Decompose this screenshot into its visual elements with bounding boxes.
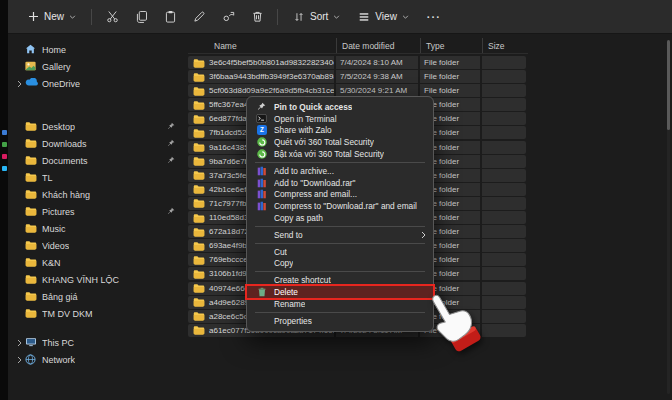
- file-row[interactable]: 3e6c4f5bef5b0b801ad9832282340e4c7/4/2024…: [188, 56, 528, 70]
- toolbar-icon-group: [99, 5, 270, 29]
- sidebar-item-khach-hang[interactable]: Khách hàng: [12, 186, 184, 203]
- paste-button[interactable]: [157, 5, 183, 29]
- copy-icon: [135, 10, 148, 23]
- sidebar-item-label: TL: [42, 173, 53, 183]
- menu-item-share-with-zalo[interactable]: ZShare with Zalo: [247, 125, 433, 137]
- sidebar-item-gallery[interactable]: Gallery: [12, 58, 184, 75]
- menu-item-label: Compress and email...: [274, 189, 357, 199]
- sidebar-item-home[interactable]: Home: [12, 41, 184, 58]
- sidebar-item-pictures[interactable]: Pictures: [12, 203, 184, 220]
- column-header-date-modified[interactable]: Date modified: [336, 38, 420, 53]
- column-header-type[interactable]: Type: [420, 38, 482, 53]
- share-button[interactable]: [215, 5, 241, 29]
- menu-item-cut[interactable]: Cut: [247, 246, 433, 258]
- new-button[interactable]: New: [20, 7, 84, 26]
- file-name-cell: 3e6c4f5bef5b0b801ad9832282340e4c: [188, 56, 334, 69]
- column-header-name[interactable]: Name: [188, 38, 336, 53]
- desktop-icon-dot: [2, 130, 7, 135]
- sidebar-item-downloads[interactable]: Downloads: [12, 135, 184, 152]
- pin-icon: [167, 156, 175, 166]
- copy-button[interactable]: [128, 5, 154, 29]
- share-icon: [222, 10, 235, 23]
- file-size-cell: [482, 296, 526, 309]
- menu-item-bat-xoa-voi-360-total-security[interactable]: Bật xóa với 360 Total Security: [247, 148, 433, 160]
- rename-button[interactable]: [186, 5, 212, 29]
- folder-icon: [25, 257, 37, 269]
- sidebar-item-videos[interactable]: Videos: [12, 237, 184, 254]
- menu-item-quet-voi-360-total-security[interactable]: Quét với 360 Total Security: [247, 136, 433, 148]
- folder-icon: [193, 58, 205, 68]
- submenu-arrow-icon: [421, 231, 426, 241]
- file-size-cell: [482, 239, 526, 252]
- sidebar-item-this-pc[interactable]: This PC: [12, 334, 184, 351]
- menu-item-label: Compress to "Download.rar" and email: [274, 201, 417, 211]
- no-icon: [254, 275, 269, 286]
- menu-item-create-shortcut[interactable]: Create shortcut: [247, 274, 433, 286]
- menu-item-label: Properties: [274, 316, 312, 326]
- menu-item-rename[interactable]: Rename: [247, 298, 433, 310]
- file-size-cell: [482, 282, 526, 295]
- file-name: 71c7977fbd: [209, 199, 251, 208]
- menu-item-label: Create shortcut: [274, 275, 331, 285]
- folder-icon: [25, 291, 37, 303]
- column-header-size[interactable]: Size: [482, 38, 528, 53]
- sidebar-item-label: Bảng giá: [42, 292, 78, 302]
- folder-icon: [25, 172, 37, 184]
- chevron-right-icon: [17, 356, 22, 366]
- delete-button[interactable]: [244, 5, 270, 29]
- view-button[interactable]: View: [350, 7, 417, 27]
- folder-icon: [193, 269, 205, 279]
- menu-item-label: Quét với 360 Total Security: [274, 137, 374, 147]
- sidebar-item-tl[interactable]: TL: [12, 169, 184, 186]
- menu-item-send-to[interactable]: Send to: [247, 229, 433, 241]
- cut-button[interactable]: [99, 5, 125, 29]
- menu-item-delete[interactable]: Delete: [247, 286, 433, 298]
- view-icon: [358, 11, 370, 23]
- paste-icon: [164, 10, 177, 23]
- folder-icon: [25, 138, 37, 150]
- sidebar-item-tm-dv-dkm[interactable]: TM DV DKM: [12, 305, 184, 322]
- folder-icon: [193, 227, 205, 237]
- sidebar-item-k-n[interactable]: K&N: [12, 254, 184, 271]
- menu-item-compress-and-email[interactable]: Compress and email...: [247, 189, 433, 201]
- sort-button[interactable]: Sort: [285, 7, 348, 27]
- sidebar-item-khang-vinh-loc[interactable]: KHANG VĨNH LỘC: [12, 271, 184, 288]
- sidebar-item-desktop[interactable]: Desktop: [12, 118, 184, 135]
- menu-item-label: Cut: [274, 247, 287, 257]
- sidebar-item-network[interactable]: Network: [12, 351, 184, 368]
- sidebar-item-documents[interactable]: Documents: [12, 152, 184, 169]
- menu-item-properties[interactable]: Properties: [247, 315, 433, 327]
- menu-item-copy[interactable]: Copy: [247, 258, 433, 270]
- view-button-label: View: [375, 11, 397, 22]
- vertical-scrollbar[interactable]: [667, 40, 670, 394]
- menu-item-label: Bật xóa với 360 Total Security: [274, 149, 384, 159]
- file-name: 7fb1dcd52b: [209, 128, 251, 137]
- file-size-cell: [482, 84, 526, 97]
- menu-item-pin-to-quick-access[interactable]: Pin to Quick access: [247, 101, 433, 113]
- navigation-pane: HomeGalleryOneDriveDesktopDownloadsDocum…: [8, 35, 188, 400]
- more-options-button[interactable]: ···: [419, 7, 449, 27]
- no-icon: [254, 246, 269, 257]
- menu-item-compress-to-download-rar-and-email[interactable]: Compress to "Download.rar" and email: [247, 200, 433, 212]
- gallery-icon: [25, 61, 36, 73]
- file-name-cell: 3f6baa9443bdffb3949f3e6370ab89a48: [188, 70, 334, 83]
- sidebar-item-label: Downloads: [42, 139, 87, 149]
- file-row[interactable]: 3f6baa9443bdffb3949f3e6370ab89a487/5/202…: [188, 70, 528, 84]
- folder-icon: [193, 156, 205, 166]
- delete-icon: [251, 10, 264, 23]
- menu-item-add-to-download-rar[interactable]: Add to "Download.rar": [247, 177, 433, 189]
- scrollbar-thumb[interactable]: [667, 40, 670, 130]
- folder-icon: [193, 213, 205, 223]
- sidebar-item-label: This PC: [42, 338, 74, 348]
- folder-icon: [25, 121, 37, 133]
- desktop-icon-dot: [2, 142, 7, 147]
- menu-item-open-in-terminal[interactable]: Open in Terminal: [247, 113, 433, 125]
- menu-item-add-to-archive[interactable]: Add to archive...: [247, 165, 433, 177]
- menu-item-copy-as-path[interactable]: Copy as path: [247, 212, 433, 224]
- folder-icon: [193, 86, 205, 96]
- file-size-cell: [482, 310, 526, 323]
- sidebar-item-music[interactable]: Music: [12, 220, 184, 237]
- chevron-down-icon: [69, 15, 76, 19]
- sidebar-item-onedrive[interactable]: OneDrive: [12, 75, 184, 92]
- sidebar-item-bang-gia[interactable]: Bảng giá: [12, 288, 184, 305]
